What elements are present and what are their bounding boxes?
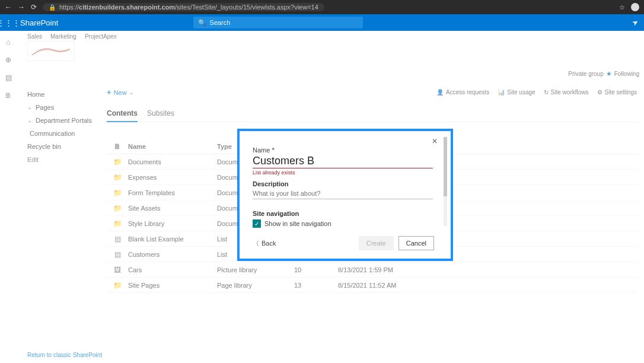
description-input[interactable] xyxy=(253,188,433,199)
search-icon: 🔍 xyxy=(198,19,206,27)
description-label: Description xyxy=(253,180,434,187)
address-bar[interactable]: 🔒 https://citizenbuilders.sharepoint.com… xyxy=(43,3,324,11)
show-in-nav-label: Show in site navigation xyxy=(264,220,331,227)
bookmark-icon[interactable]: ☆ xyxy=(619,4,625,11)
search-input[interactable]: 🔍 Search xyxy=(193,17,363,28)
browser-right: ☆ xyxy=(619,3,639,11)
name-error: List already exists xyxy=(253,170,434,176)
name-input[interactable] xyxy=(253,155,433,168)
close-icon[interactable]: ✕ xyxy=(432,137,438,145)
scrollbar[interactable] xyxy=(444,137,447,226)
reload-icon[interactable]: ⟳ xyxy=(31,3,37,11)
share-icon[interactable]: ➤ xyxy=(630,17,640,27)
create-list-dialog: ✕ Name * List already exists Description… xyxy=(237,129,453,261)
name-label: Name * xyxy=(253,147,434,154)
app-launcher-icon[interactable]: ⋮⋮⋮ xyxy=(0,18,17,27)
browser-toolbar: ← → ⟳ 🔒 https://citizenbuilders.sharepoi… xyxy=(0,0,644,14)
forward-icon[interactable]: → xyxy=(18,3,25,11)
back-icon[interactable]: ← xyxy=(5,3,12,11)
url-host: https://citizenbuilders.sharepoint.com/s… xyxy=(59,4,318,11)
lock-icon: 🔒 xyxy=(49,4,56,11)
site-navigation-label: Site navigation xyxy=(253,210,434,217)
suite-bar: ⋮⋮⋮ SharePoint 🔍 Search ➤ xyxy=(0,14,644,31)
search-placeholder: Search xyxy=(210,19,231,26)
back-button[interactable]: 〈 Back xyxy=(253,239,276,248)
chevron-left-icon: 〈 xyxy=(253,239,259,248)
show-in-nav-checkbox[interactable]: ✓ xyxy=(253,219,261,228)
suite-title[interactable]: SharePoint xyxy=(17,18,58,27)
create-button: Create xyxy=(359,236,394,250)
cancel-button[interactable]: Cancel xyxy=(398,236,434,250)
profile-avatar[interactable] xyxy=(631,3,639,11)
browser-nav: ← → ⟳ xyxy=(5,3,37,11)
